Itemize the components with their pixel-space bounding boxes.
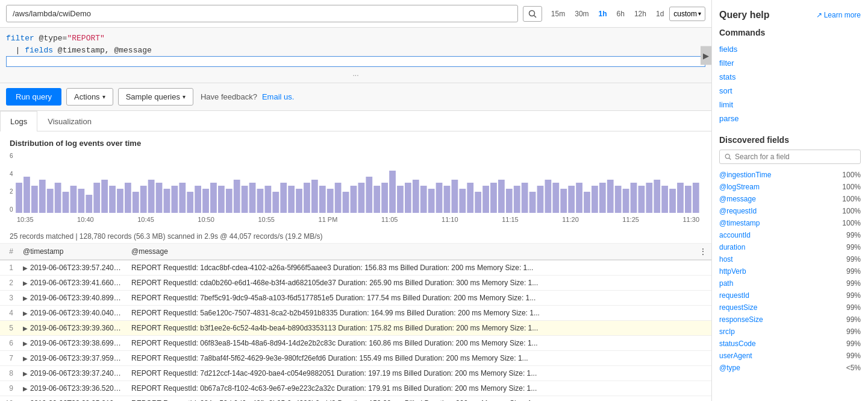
field-row: userAgent 99% <box>719 350 861 362</box>
field-row: duration 99% <box>719 241 861 253</box>
tab-visualization[interactable]: Visualization <box>37 111 102 131</box>
svg-rect-82 <box>639 186 645 213</box>
table-row[interactable]: 7 ▶2019-06-06T23:39:37.959-05:00 REPORT … <box>0 351 711 366</box>
field-name[interactable]: @message <box>719 195 756 203</box>
row-expand-icon[interactable]: ▶ <box>23 295 28 302</box>
field-row: @requestId 100% <box>719 205 861 217</box>
table-row[interactable]: 1 ▶2019-06-06T23:39:57.240-05:00 REPORT … <box>0 260 711 276</box>
status-bar: 25 records matched | 128,780 records (56… <box>0 230 711 244</box>
field-name[interactable]: @logStream <box>719 183 760 191</box>
row-expand-icon[interactable]: ▶ <box>23 325 28 332</box>
row-expand-icon[interactable]: ▶ <box>23 370 28 377</box>
svg-line-91 <box>729 158 731 160</box>
row-message: REPORT RequestId: 384cc50d-9d6a-42fb-8b9… <box>126 396 695 402</box>
time-btn-15m[interactable]: 15m <box>547 7 569 21</box>
field-name[interactable]: requestId <box>719 291 749 300</box>
svg-rect-89 <box>693 183 699 213</box>
external-link-icon: ↗ <box>816 11 822 19</box>
svg-rect-42 <box>327 189 334 213</box>
time-btn-12h[interactable]: 12h <box>630 7 651 21</box>
row-expand-icon[interactable]: ▶ <box>23 340 28 347</box>
table-row[interactable]: 2 ▶2019-06-06T23:39:41.660-05:00 REPORT … <box>0 276 711 291</box>
field-name[interactable]: host <box>719 255 733 264</box>
query-editor: filter @type="REPORT" | fields @timestam… <box>0 28 711 83</box>
field-name[interactable]: @requestId <box>719 207 757 215</box>
field-row: @ingestionTime 100% <box>719 169 861 181</box>
field-search-input[interactable] <box>735 153 855 161</box>
learn-more-label: Learn more <box>824 11 861 19</box>
field-name[interactable]: statusCode <box>719 339 756 348</box>
col-header-timestamp[interactable]: @timestamp <box>18 244 126 260</box>
col-header-message[interactable]: @message <box>126 244 695 260</box>
field-name[interactable]: requestSize <box>719 303 757 312</box>
command-item-parse[interactable]: parse <box>719 112 861 125</box>
row-expand-icon[interactable]: ▶ <box>23 385 28 392</box>
collapse-panel-button[interactable]: ▶ <box>701 46 711 65</box>
main-content: 15m 30m 1h 6h 12h 1d custom ▾ filter @ty… <box>0 0 711 401</box>
query-ellipsis: ... <box>6 69 705 78</box>
table-row[interactable]: 5 ▶2019-06-06T23:39:39.360-05:00 REPORT … <box>0 321 711 336</box>
svg-rect-55 <box>428 189 435 213</box>
command-item-stats[interactable]: stats <box>719 70 861 84</box>
more-icon[interactable]: ⋮ <box>699 247 707 256</box>
query-string-report: "REPORT" <box>67 34 104 43</box>
field-name[interactable]: @ingestionTime <box>719 171 771 179</box>
svg-rect-37 <box>288 186 295 213</box>
table-row[interactable]: 9 ▶2019-06-06T23:39:36.520-05:00 REPORT … <box>0 381 711 396</box>
table-row[interactable]: 8 ▶2019-06-06T23:39:37.240-05:00 REPORT … <box>0 366 711 381</box>
log-table[interactable]: # @timestamp @message ⋮ 1 ▶2019-06-06T23… <box>0 244 711 401</box>
row-num: 2 <box>0 276 18 291</box>
row-num: 7 <box>0 351 18 366</box>
field-name[interactable]: httpVerb <box>719 267 746 276</box>
row-expand-icon[interactable]: ▶ <box>23 265 28 271</box>
field-pct: 99% <box>846 291 861 300</box>
command-item-sort[interactable]: sort <box>719 84 861 98</box>
right-panel: Query help ↗ Learn more Commands fieldsf… <box>711 0 868 401</box>
svg-rect-81 <box>631 183 637 213</box>
row-expand-icon[interactable]: ▶ <box>23 310 28 317</box>
svg-rect-78 <box>607 180 614 213</box>
row-expand-icon[interactable]: ▶ <box>23 280 28 286</box>
command-item-fields[interactable]: fields <box>719 42 861 56</box>
table-row[interactable]: 6 ▶2019-06-06T23:39:38.699-05:00 REPORT … <box>0 336 711 351</box>
learn-more-link[interactable]: ↗ Learn more <box>816 11 861 19</box>
discovered-fields-title: Discovered fields <box>719 135 861 145</box>
field-name[interactable]: @timestamp <box>719 219 760 227</box>
field-pct: 99% <box>846 255 861 264</box>
field-name[interactable]: accountId <box>719 231 751 239</box>
svg-rect-72 <box>560 189 567 213</box>
search-button[interactable] <box>523 6 542 22</box>
table-row[interactable]: 4 ▶2019-06-06T23:39:40.040-05:00 REPORT … <box>0 306 711 321</box>
field-name[interactable]: userAgent <box>719 352 752 360</box>
custom-dropdown[interactable]: custom ▾ <box>669 7 705 21</box>
log-group-input[interactable] <box>6 5 518 22</box>
time-btn-6h[interactable]: 6h <box>613 7 629 21</box>
time-btn-30m[interactable]: 30m <box>570 7 593 21</box>
time-btn-1h[interactable]: 1h <box>595 7 611 21</box>
time-btn-1d[interactable]: 1d <box>652 7 668 21</box>
email-us-link[interactable]: Email us. <box>262 92 294 101</box>
row-expand-icon[interactable]: ▶ <box>23 355 28 362</box>
chevron-down-icon: ▾ <box>698 10 701 17</box>
sample-queries-button[interactable]: Sample queries ▾ <box>118 88 193 106</box>
field-name[interactable]: srcIp <box>719 327 735 336</box>
field-name[interactable]: responseSize <box>719 315 763 324</box>
timestamp-col-label: @timestamp <box>23 247 64 256</box>
command-item-filter[interactable]: filter <box>719 56 861 70</box>
svg-rect-50 <box>389 171 396 213</box>
svg-rect-17 <box>133 192 139 213</box>
field-name[interactable]: duration <box>719 243 745 251</box>
tab-logs[interactable]: Logs <box>0 111 37 131</box>
table-row[interactable]: 3 ▶2019-06-06T23:39:40.899-05:00 REPORT … <box>0 291 711 306</box>
table-row[interactable]: 10 ▶2019-06-06T23:39:35.819-05:00 REPORT… <box>0 396 711 402</box>
command-item-limit[interactable]: limit <box>719 98 861 112</box>
actions-button[interactable]: Actions ▾ <box>66 88 113 106</box>
svg-rect-51 <box>397 186 404 213</box>
query-cursor-line[interactable] <box>6 56 705 67</box>
run-query-button[interactable]: Run query <box>6 88 61 106</box>
field-pct: 99% <box>846 339 861 348</box>
field-search[interactable] <box>719 150 861 164</box>
tabs: Logs Visualization <box>0 111 711 131</box>
field-name[interactable]: path <box>719 279 733 288</box>
field-name[interactable]: @type <box>719 364 740 372</box>
